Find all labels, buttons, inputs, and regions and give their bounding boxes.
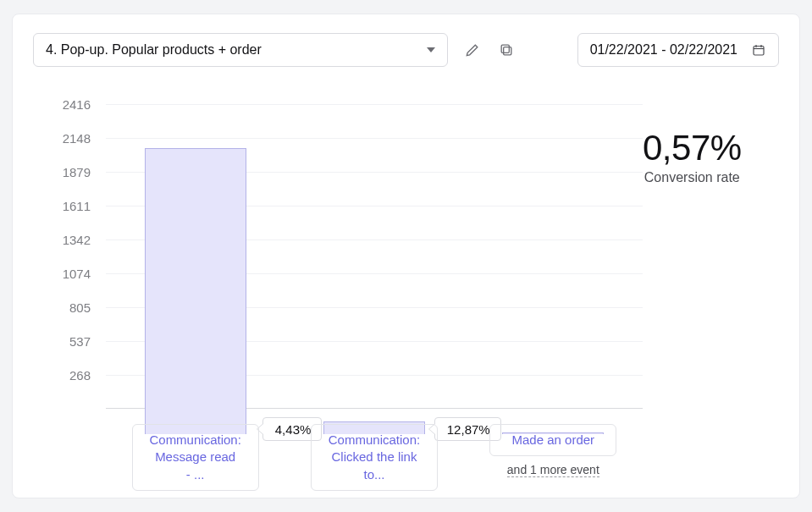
date-range-value: 01/22/2021 - 02/22/2021: [590, 42, 737, 58]
conversion-kpi: 0,57% Conversion rate: [643, 128, 742, 185]
grid-line: [106, 104, 643, 105]
kpi-value: 0,57%: [643, 128, 742, 168]
date-range-picker[interactable]: 01/22/2021 - 02/22/2021: [577, 33, 779, 67]
bar-slot: [464, 129, 643, 434]
bars-row: 4,43%12,87%: [106, 129, 643, 434]
funnel-select[interactable]: 4. Pop-up. Popular products + order: [33, 33, 448, 67]
content-row: 268537805107413421611187921482416 4,43%1…: [33, 104, 779, 434]
y-tick-label: 1879: [63, 165, 91, 179]
x-slot: Communication:Message read- ...: [106, 424, 284, 491]
calendar-icon: [751, 42, 766, 58]
toolbar: 4. Pop-up. Popular products + order 01/2…: [33, 33, 779, 67]
svg-rect-1: [501, 45, 509, 52]
pencil-icon: [464, 41, 481, 58]
x-axis-labels: Communication:Message read- ...Communica…: [106, 424, 643, 491]
bar-slot: 4,43%: [106, 129, 284, 434]
y-tick-label: 805: [69, 300, 91, 315]
kpi-label: Conversion rate: [643, 170, 742, 185]
step-label[interactable]: Communication:Message read- ...: [132, 424, 259, 491]
y-axis: 268537805107413421611187921482416: [33, 104, 106, 409]
analytics-panel: 4. Pop-up. Popular products + order 01/2…: [12, 14, 800, 498]
copy-icon: [498, 41, 515, 58]
x-slot: Made an orderand 1 more event: [464, 424, 643, 491]
chevron-down-icon: [427, 47, 435, 52]
more-events-link[interactable]: and 1 more event: [507, 463, 599, 477]
y-tick-label: 2416: [63, 97, 91, 112]
bar-slot: 12,87%: [284, 129, 463, 434]
y-tick-label: 537: [69, 333, 91, 348]
y-tick-label: 1342: [63, 233, 91, 247]
svg-rect-0: [504, 47, 511, 55]
svg-rect-2: [754, 47, 764, 56]
y-tick-label: 2148: [63, 130, 91, 145]
edit-button[interactable]: [463, 41, 482, 59]
funnel-chart: 268537805107413421611187921482416 4,43%1…: [33, 104, 643, 434]
step-label[interactable]: Made an order: [489, 424, 616, 456]
step-label[interactable]: Communication:Clicked the linkto...: [311, 424, 438, 491]
funnel-select-value: 4. Pop-up. Popular products + order: [46, 42, 262, 58]
y-tick-label: 268: [69, 368, 91, 383]
y-tick-label: 1074: [63, 266, 91, 280]
x-slot: Communication:Clicked the linkto...: [284, 424, 463, 491]
copy-button[interactable]: [497, 41, 516, 59]
y-tick-label: 1611: [63, 198, 91, 212]
bar: [145, 148, 246, 434]
